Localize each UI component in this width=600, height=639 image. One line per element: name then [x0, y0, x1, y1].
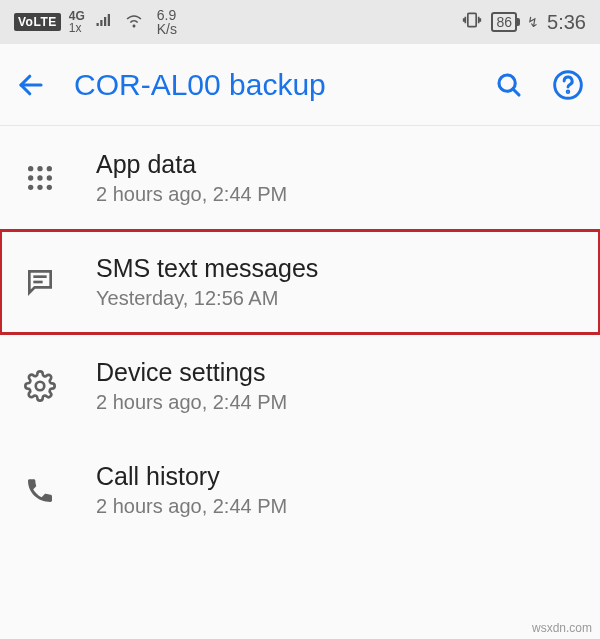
apps-icon — [20, 162, 60, 194]
svg-rect-0 — [468, 13, 476, 26]
item-title: SMS text messages — [96, 254, 580, 283]
svg-point-9 — [28, 175, 33, 180]
svg-point-10 — [37, 175, 42, 180]
item-subtitle: 2 hours ago, 2:44 PM — [96, 183, 580, 206]
vibrate-icon — [461, 10, 483, 34]
status-bar: VoLTE 4G 1x 6.9 K/s 86 ↯ 5:36 — [0, 0, 600, 44]
item-title: Device settings — [96, 358, 580, 387]
volte-badge: VoLTE — [14, 13, 61, 31]
app-bar: COR-AL00 backup — [0, 44, 600, 126]
svg-point-17 — [36, 382, 45, 391]
svg-point-8 — [47, 166, 52, 171]
wifi-icon — [123, 11, 145, 33]
charging-icon: ↯ — [527, 14, 539, 30]
svg-point-12 — [28, 185, 33, 190]
svg-line-3 — [513, 89, 519, 95]
svg-point-11 — [47, 175, 52, 180]
list-item-app-data[interactable]: App data 2 hours ago, 2:44 PM — [0, 126, 600, 230]
help-icon[interactable] — [552, 69, 584, 101]
network-type: 4G 1x — [69, 10, 85, 34]
status-right: 86 ↯ 5:36 — [461, 10, 586, 34]
item-subtitle: 2 hours ago, 2:44 PM — [96, 391, 580, 414]
battery-level: 86 — [496, 14, 512, 30]
battery-icon: 86 — [491, 12, 517, 32]
svg-point-5 — [567, 90, 569, 92]
network-bottom: 1x — [69, 22, 85, 34]
item-title: App data — [96, 150, 580, 179]
status-left: VoLTE 4G 1x 6.9 K/s — [14, 8, 177, 36]
item-subtitle: Yesterday, 12:56 AM — [96, 287, 580, 310]
net-speed: 6.9 K/s — [157, 8, 177, 36]
list-item-call-history[interactable]: Call history 2 hours ago, 2:44 PM — [0, 438, 600, 542]
watermark: wsxdn.com — [532, 621, 592, 635]
item-subtitle: 2 hours ago, 2:44 PM — [96, 495, 580, 518]
gear-icon — [20, 370, 60, 402]
net-speed-unit: K/s — [157, 22, 177, 36]
svg-point-6 — [28, 166, 33, 171]
svg-point-7 — [37, 166, 42, 171]
backup-list: App data 2 hours ago, 2:44 PM SMS text m… — [0, 126, 600, 542]
clock: 5:36 — [547, 11, 586, 34]
svg-point-14 — [47, 185, 52, 190]
search-icon[interactable] — [494, 70, 524, 100]
svg-point-13 — [37, 185, 42, 190]
net-speed-value: 6.9 — [157, 8, 177, 22]
back-icon[interactable] — [16, 70, 46, 100]
signal-icon — [93, 11, 115, 33]
message-icon — [20, 266, 60, 298]
list-item-device-settings[interactable]: Device settings 2 hours ago, 2:44 PM — [0, 334, 600, 438]
page-title: COR-AL00 backup — [74, 68, 466, 102]
list-item-sms[interactable]: SMS text messages Yesterday, 12:56 AM — [0, 230, 600, 334]
item-title: Call history — [96, 462, 580, 491]
phone-icon — [20, 474, 60, 506]
